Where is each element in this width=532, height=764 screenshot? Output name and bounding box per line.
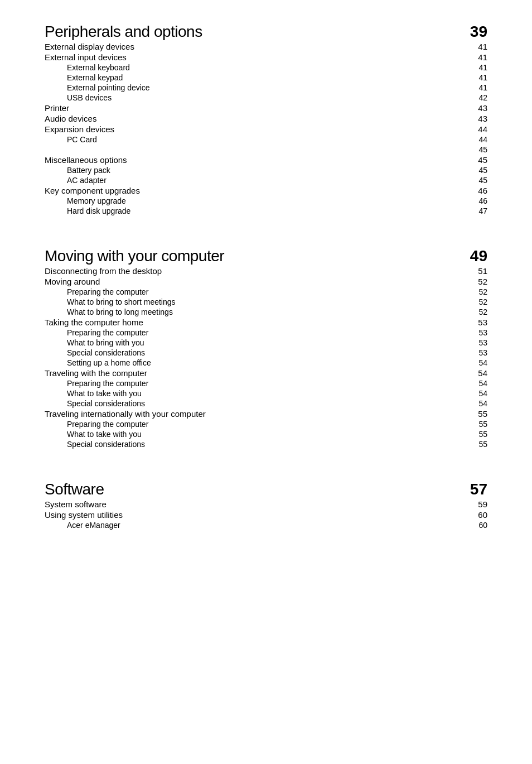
- toc-item-page: 51: [465, 266, 487, 276]
- toc-item-page: 55: [465, 409, 487, 419]
- toc-heading-page: 57: [465, 480, 487, 498]
- toc-item-page: 41: [465, 73, 487, 82]
- toc-item-row: Hard disk upgrade47: [45, 206, 487, 216]
- toc-item-label: Traveling internationally with your comp…: [45, 409, 465, 419]
- toc-item-label: System software: [45, 499, 465, 509]
- toc-item-label: Using system utilities: [45, 510, 465, 520]
- toc-item-page: 60: [465, 521, 487, 530]
- toc-item-row: What to bring to short meetings52: [45, 297, 487, 307]
- toc-item-page: 41: [465, 63, 487, 72]
- toc-item-label: Special considerations: [45, 348, 465, 357]
- toc-item-page: 54: [465, 358, 487, 367]
- toc-item-label: Disconnecting from the desktop: [45, 266, 465, 276]
- toc-item-label: Audio devices: [45, 114, 465, 123]
- toc-item-label: Printer: [45, 103, 465, 113]
- toc-item-row: AC adapter45: [45, 175, 487, 185]
- toc-item-page: 55: [465, 430, 487, 439]
- toc-item-page: 46: [465, 186, 487, 195]
- toc-item-label: Preparing the computer: [45, 287, 465, 296]
- toc-item-row: PC Card44: [45, 134, 487, 145]
- toc-item-row: Special considerations54: [45, 398, 487, 409]
- toc-item-page: 41: [465, 42, 487, 51]
- toc-item-row: Traveling with the computer54: [45, 368, 487, 378]
- toc-item-row: Audio devices43: [45, 113, 487, 124]
- toc-item-page: 44: [465, 135, 487, 144]
- toc-item-label: Special considerations: [45, 440, 465, 449]
- toc-item-row: Special considerations55: [45, 439, 487, 449]
- toc-heading-page: 49: [465, 247, 487, 265]
- toc-item-row: Special considerations53: [45, 348, 487, 358]
- toc-item-row: Using system utilities60: [45, 510, 487, 520]
- toc-item-page: 44: [465, 124, 487, 134]
- toc-heading-page: 39: [465, 23, 487, 41]
- toc-item-page: 45: [465, 176, 487, 185]
- toc-item-label: What to take with you: [45, 430, 465, 439]
- toc-item-label: External display devices: [45, 42, 465, 51]
- toc-item-label: What to bring to short meetings: [45, 297, 465, 306]
- toc-item-row: Acer eManager60: [45, 520, 487, 530]
- toc-item-label: External input devices: [45, 52, 465, 62]
- toc-item-row: 45: [45, 145, 487, 155]
- toc-item-page: 45: [465, 145, 487, 154]
- toc-item-page: 54: [465, 379, 487, 388]
- toc-item-page: 53: [465, 348, 487, 357]
- toc-heading-row: Moving with your computer49: [45, 247, 487, 266]
- toc-section: Moving with your computer49Disconnecting…: [45, 247, 487, 449]
- toc-heading-label: Moving with your computer: [45, 247, 465, 265]
- toc-item-page: 53: [465, 338, 487, 347]
- toc-item-row: Miscellaneous options45: [45, 155, 487, 165]
- toc-item-page: 60: [465, 510, 487, 520]
- toc-item-label: PC Card: [45, 135, 465, 144]
- toc-item-row: System software59: [45, 499, 487, 510]
- toc-item-label: Memory upgrade: [45, 196, 465, 205]
- toc-item-page: 54: [465, 389, 487, 398]
- toc-item-row: Setting up a home office54: [45, 358, 487, 368]
- toc-item-label: External pointing device: [45, 83, 465, 92]
- toc-item-label: Preparing the computer: [45, 379, 465, 388]
- toc-item-page: 41: [465, 83, 487, 92]
- toc-item-row: External keypad41: [45, 73, 487, 83]
- toc-item-page: 47: [465, 206, 487, 215]
- toc-item-label: Taking the computer home: [45, 318, 465, 327]
- toc-item-page: 52: [465, 287, 487, 296]
- toc-item-label: External keypad: [45, 73, 465, 82]
- toc-item-page: 46: [465, 196, 487, 205]
- toc-item-page: 42: [465, 93, 487, 102]
- toc-item-row: Preparing the computer52: [45, 287, 487, 297]
- toc-item-row: Battery pack45: [45, 165, 487, 175]
- toc-item-row: Expansion devices44: [45, 124, 487, 134]
- toc-item-label: What to take with you: [45, 389, 465, 398]
- toc-item-label: Battery pack: [45, 166, 465, 175]
- toc-item-page: 59: [465, 499, 487, 509]
- toc-item-label: Preparing the computer: [45, 420, 465, 429]
- toc-item-page: 52: [465, 277, 487, 286]
- toc-item-label: Moving around: [45, 277, 465, 286]
- toc-item-page: 43: [465, 103, 487, 113]
- toc-item-row: What to take with you55: [45, 429, 487, 439]
- toc-item-page: 54: [465, 399, 487, 408]
- toc-item-page: 53: [465, 328, 487, 337]
- toc-item-row: Traveling internationally with your comp…: [45, 409, 487, 419]
- toc-item-row: What to take with you54: [45, 388, 487, 398]
- toc-item-label: Key component upgrades: [45, 186, 465, 195]
- toc-item-page: 52: [465, 297, 487, 306]
- toc-item-label: Special considerations: [45, 399, 465, 408]
- toc-item-row: External keyboard41: [45, 63, 487, 73]
- toc-item-row: Preparing the computer55: [45, 419, 487, 429]
- toc-item-label: Hard disk upgrade: [45, 206, 465, 215]
- toc-item-row: Disconnecting from the desktop51: [45, 266, 487, 276]
- toc-item-label: USB devices: [45, 93, 465, 102]
- toc-section: Peripherals and options39External displa…: [45, 22, 487, 216]
- toc-item-row: Memory upgrade46: [45, 196, 487, 206]
- toc-item-page: 54: [465, 368, 487, 378]
- toc-heading-row: Peripherals and options39: [45, 22, 487, 41]
- toc-item-row: USB devices42: [45, 93, 487, 103]
- toc-heading-row: Software57: [45, 480, 487, 499]
- table-of-contents: Peripherals and options39External displa…: [45, 22, 487, 530]
- toc-item-page: 43: [465, 114, 487, 123]
- toc-item-label: Preparing the computer: [45, 328, 465, 337]
- toc-item-page: 45: [465, 155, 487, 165]
- toc-heading-label: Peripherals and options: [45, 23, 465, 41]
- toc-item-row: Key component upgrades46: [45, 185, 487, 196]
- toc-item-row: Taking the computer home53: [45, 317, 487, 328]
